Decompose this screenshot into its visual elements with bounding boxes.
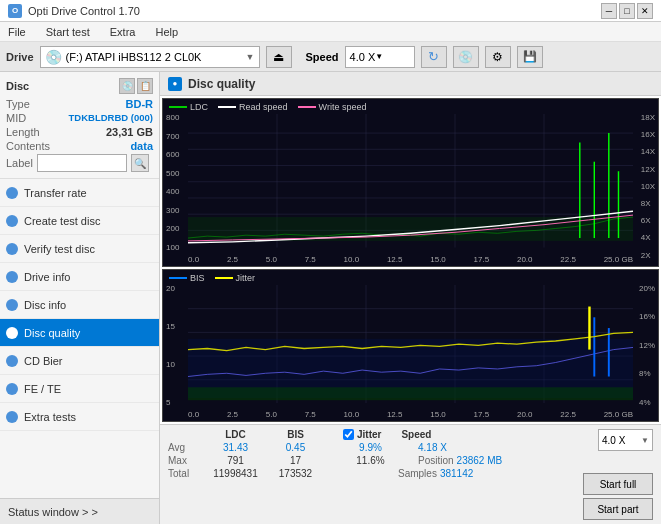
bis-max: 17 [268, 455, 323, 466]
nav-disc-info-label: Disc info [24, 299, 66, 311]
menu-extra[interactable]: Extra [106, 24, 140, 40]
nav-cd-bier[interactable]: CD Bier [0, 347, 159, 375]
disc-quality-icon [6, 327, 18, 339]
read-speed-legend-line [218, 106, 236, 108]
save-button[interactable]: 💾 [517, 46, 543, 68]
disc-icon2[interactable]: 📋 [137, 78, 153, 94]
samples-value: 381142 [440, 468, 473, 479]
settings-button[interactable]: ⚙ [485, 46, 511, 68]
speed-value: 4.0 X [350, 51, 376, 63]
nav-fe-te[interactable]: FE / TE [0, 375, 159, 403]
disc-info-icon [6, 299, 18, 311]
disc-type-row: Type BD-R [6, 98, 153, 110]
eject-button[interactable]: ⏏ [266, 46, 292, 68]
bis-total: 173532 [268, 468, 323, 479]
total-label: Total [168, 468, 203, 479]
mid-label: MID [6, 112, 26, 124]
bottom-chart: BIS Jitter 20% 16% 12% 8% 4% [162, 269, 659, 422]
start-full-button[interactable]: Start full [583, 473, 653, 495]
charts-container: LDC Read speed Write speed 18X 16X 14X [160, 96, 661, 424]
speed-select-value: 4.0 X [602, 435, 625, 446]
label-button[interactable]: 🔍 [131, 154, 149, 172]
fe-te-icon [6, 383, 18, 395]
title-bar: O Opti Drive Control 1.70 ─ □ ✕ [0, 0, 661, 22]
svg-rect-30 [366, 387, 455, 400]
drive-label: Drive [6, 51, 34, 63]
write-speed-legend: Write speed [298, 102, 367, 112]
ldc-legend-line [169, 106, 187, 108]
speed-label: Speed [306, 51, 339, 63]
start-buttons: Start full Start part [583, 473, 653, 520]
nav-verify-test-disc[interactable]: Verify test disc [0, 235, 159, 263]
jitter-legend: Jitter [215, 273, 256, 283]
sidebar: Disc 💿 📋 Type BD-R MID TDKBLDRBD (000) L… [0, 72, 160, 524]
col-bis-header: BIS [268, 429, 323, 440]
nav-disc-quality[interactable]: Disc quality [0, 319, 159, 347]
disc-icons: 💿 📋 [119, 78, 153, 94]
drive-info-icon [6, 271, 18, 283]
contents-value: data [130, 140, 153, 152]
col-ldc-header: LDC [203, 429, 268, 440]
start-part-button[interactable]: Start part [583, 498, 653, 520]
top-chart-legend: LDC Read speed Write speed [169, 102, 366, 112]
menu-start-test[interactable]: Start test [42, 24, 94, 40]
stats-table: LDC BIS Jitter Speed Avg 31.43 [168, 429, 575, 520]
disc-icon1[interactable]: 💿 [119, 78, 135, 94]
disc-label-row: Label 🔍 [6, 154, 153, 172]
nav-drive-info[interactable]: Drive info [0, 263, 159, 291]
bis-legend-line [169, 277, 187, 279]
extra-tests-icon [6, 411, 18, 423]
speed-avg-val: 4.18 X [418, 442, 447, 453]
svg-rect-31 [455, 387, 544, 400]
speed-select-box[interactable]: 4.0 X ▼ [598, 429, 653, 451]
disc-button[interactable]: 💿 [453, 46, 479, 68]
drive-select-text: (F:) ATAPI iHBS112 2 CL0K [66, 51, 242, 63]
nav-verify-test-disc-label: Verify test disc [24, 243, 95, 255]
bottom-chart-y-axis-right: 20% 16% 12% 8% 4% [639, 270, 655, 421]
menu-file[interactable]: File [4, 24, 30, 40]
minimize-button[interactable]: ─ [601, 3, 617, 19]
svg-rect-32 [544, 387, 633, 400]
speed-select[interactable]: 4.0 X ▼ [345, 46, 415, 68]
top-chart-svg [188, 114, 633, 248]
drive-bar: Drive 💿 (F:) ATAPI iHBS112 2 CL0K ▼ ⏏ Sp… [0, 42, 661, 72]
drive-select[interactable]: 💿 (F:) ATAPI iHBS112 2 CL0K ▼ [40, 46, 260, 68]
length-value: 23,31 GB [106, 126, 153, 138]
top-chart-y-axis-left: 800 700 600 500 400 300 200 100 [166, 99, 179, 266]
disc-section-title: Disc [6, 80, 29, 92]
status-window-label: Status window > > [8, 506, 98, 518]
verify-test-disc-icon [6, 243, 18, 255]
app-icon: O [8, 4, 22, 18]
window-controls: ─ □ ✕ [601, 3, 653, 19]
jitter-checkbox[interactable] [343, 429, 354, 440]
create-test-disc-icon [6, 215, 18, 227]
write-speed-legend-label: Write speed [319, 102, 367, 112]
transfer-rate-icon [6, 187, 18, 199]
label-input[interactable] [37, 154, 127, 172]
panel-header: ● Disc quality [160, 72, 661, 96]
maximize-button[interactable]: □ [619, 3, 635, 19]
speed-header: Speed [401, 429, 431, 440]
mid-value: TDKBLDRBD (000) [69, 112, 153, 124]
bis-avg: 0.45 [268, 442, 323, 453]
jitter-avg: 9.9% [343, 442, 398, 453]
refresh-button[interactable]: ↻ [421, 46, 447, 68]
nav-extra-tests[interactable]: Extra tests [0, 403, 159, 431]
jitter-checkbox-area: Jitter [343, 429, 381, 440]
label-label: Label [6, 157, 33, 169]
close-button[interactable]: ✕ [637, 3, 653, 19]
speed-combo-arrow-icon: ▼ [641, 436, 649, 445]
nav-disc-info[interactable]: Disc info [0, 291, 159, 319]
nav-create-test-disc[interactable]: Create test disc [0, 207, 159, 235]
menu-help[interactable]: Help [151, 24, 182, 40]
status-window-button[interactable]: Status window > > [0, 498, 159, 524]
jitter-legend-line [215, 277, 233, 279]
write-speed-legend-line [298, 106, 316, 108]
ldc-avg: 31.43 [203, 442, 268, 453]
nav-transfer-rate[interactable]: Transfer rate [0, 179, 159, 207]
disc-mid-row: MID TDKBLDRBD (000) [6, 112, 153, 124]
bottom-chart-svg [188, 285, 633, 403]
nav-cd-bier-label: CD Bier [24, 355, 63, 367]
ldc-legend: LDC [169, 102, 208, 112]
samples-label: Samples [398, 468, 437, 479]
